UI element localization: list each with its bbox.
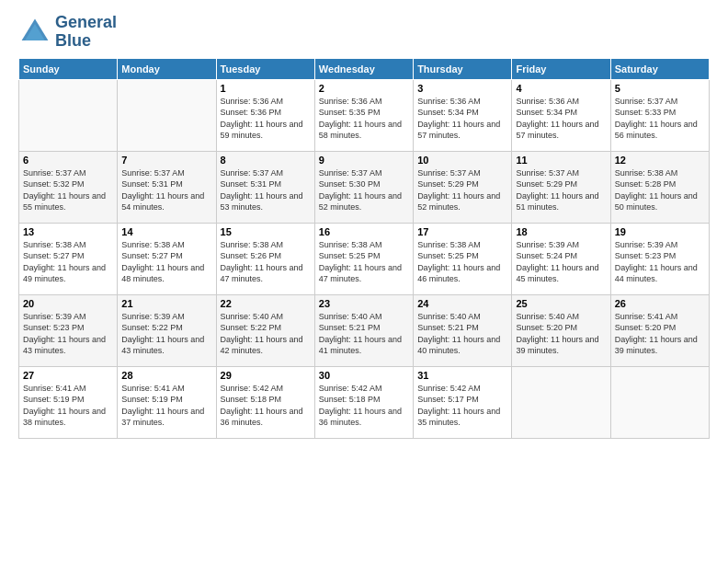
day-number: 18 (516, 226, 606, 237)
day-cell-11: 11Sunrise: 5:37 AMSunset: 5:29 PMDayligh… (512, 151, 610, 223)
day-cell-30: 30Sunrise: 5:42 AMSunset: 5:18 PMDayligh… (314, 366, 413, 438)
calendar-table: SundayMondayTuesdayWednesdayThursdayFrid… (18, 58, 710, 439)
day-info: Sunrise: 5:37 AMSunset: 5:32 PMDaylight:… (23, 167, 113, 213)
weekday-header-wednesday: Wednesday (314, 58, 413, 79)
day-cell-24: 24Sunrise: 5:40 AMSunset: 5:21 PMDayligh… (414, 294, 512, 366)
day-cell-12: 12Sunrise: 5:38 AMSunset: 5:28 PMDayligh… (610, 151, 709, 223)
day-number: 7 (121, 155, 211, 166)
day-number: 10 (417, 155, 507, 166)
empty-cell (512, 366, 610, 438)
day-cell-16: 16Sunrise: 5:38 AMSunset: 5:25 PMDayligh… (314, 223, 413, 294)
calendar-week-5: 27Sunrise: 5:41 AMSunset: 5:19 PMDayligh… (19, 366, 710, 438)
calendar-page: General Blue SundayMondayTuesdayWednesda… (0, 0, 728, 563)
day-number: 20 (23, 298, 113, 309)
day-info: Sunrise: 5:40 AMSunset: 5:21 PMDaylight:… (319, 311, 409, 357)
day-number: 22 (221, 298, 311, 309)
day-number: 24 (417, 298, 507, 309)
day-number: 6 (23, 155, 113, 166)
logo: General Blue (18, 14, 117, 51)
day-number: 17 (417, 226, 507, 237)
day-cell-25: 25Sunrise: 5:40 AMSunset: 5:20 PMDayligh… (512, 294, 610, 366)
day-info: Sunrise: 5:41 AMSunset: 5:19 PMDaylight:… (23, 383, 113, 429)
day-number: 5 (615, 83, 705, 94)
empty-cell (19, 79, 118, 151)
day-cell-28: 28Sunrise: 5:41 AMSunset: 5:19 PMDayligh… (118, 366, 216, 438)
day-info: Sunrise: 5:37 AMSunset: 5:31 PMDaylight:… (121, 167, 211, 213)
day-number: 27 (23, 370, 113, 381)
day-cell-1: 1Sunrise: 5:36 AMSunset: 5:36 PMDaylight… (216, 79, 314, 151)
day-info: Sunrise: 5:42 AMSunset: 5:18 PMDaylight:… (319, 383, 409, 429)
day-number: 9 (319, 155, 409, 166)
calendar-week-1: 1Sunrise: 5:36 AMSunset: 5:36 PMDaylight… (19, 79, 710, 151)
empty-cell (118, 79, 216, 151)
day-info: Sunrise: 5:40 AMSunset: 5:22 PMDaylight:… (221, 311, 311, 357)
day-info: Sunrise: 5:37 AMSunset: 5:30 PMDaylight:… (319, 167, 409, 213)
day-info: Sunrise: 5:37 AMSunset: 5:33 PMDaylight:… (615, 96, 705, 142)
day-number: 4 (516, 83, 606, 94)
day-number: 21 (121, 298, 211, 309)
day-cell-27: 27Sunrise: 5:41 AMSunset: 5:19 PMDayligh… (19, 366, 118, 438)
day-cell-2: 2Sunrise: 5:36 AMSunset: 5:35 PMDaylight… (314, 79, 413, 151)
weekday-header-saturday: Saturday (610, 58, 709, 79)
day-number: 15 (221, 226, 311, 237)
day-cell-26: 26Sunrise: 5:41 AMSunset: 5:20 PMDayligh… (610, 294, 709, 366)
calendar-week-4: 20Sunrise: 5:39 AMSunset: 5:23 PMDayligh… (19, 294, 710, 366)
day-cell-8: 8Sunrise: 5:37 AMSunset: 5:31 PMDaylight… (216, 151, 314, 223)
day-number: 26 (615, 298, 705, 309)
day-info: Sunrise: 5:38 AMSunset: 5:25 PMDaylight:… (417, 239, 507, 285)
day-cell-15: 15Sunrise: 5:38 AMSunset: 5:26 PMDayligh… (216, 223, 314, 294)
day-info: Sunrise: 5:38 AMSunset: 5:26 PMDaylight:… (221, 239, 311, 285)
empty-cell (610, 366, 709, 438)
day-number: 3 (417, 83, 507, 94)
day-info: Sunrise: 5:36 AMSunset: 5:35 PMDaylight:… (319, 96, 409, 142)
day-info: Sunrise: 5:37 AMSunset: 5:31 PMDaylight:… (221, 167, 311, 213)
day-number: 11 (516, 155, 606, 166)
weekday-header-monday: Monday (118, 58, 216, 79)
day-info: Sunrise: 5:39 AMSunset: 5:23 PMDaylight:… (615, 239, 705, 285)
calendar-week-3: 13Sunrise: 5:38 AMSunset: 5:27 PMDayligh… (19, 223, 710, 294)
logo-icon (18, 16, 51, 49)
page-header: General Blue (18, 14, 710, 51)
day-number: 29 (221, 370, 311, 381)
day-number: 31 (417, 370, 507, 381)
day-cell-22: 22Sunrise: 5:40 AMSunset: 5:22 PMDayligh… (216, 294, 314, 366)
day-number: 14 (121, 226, 211, 237)
logo-text: General Blue (55, 14, 117, 51)
day-info: Sunrise: 5:38 AMSunset: 5:27 PMDaylight:… (23, 239, 113, 285)
day-number: 28 (121, 370, 211, 381)
day-info: Sunrise: 5:41 AMSunset: 5:19 PMDaylight:… (121, 383, 211, 429)
day-info: Sunrise: 5:39 AMSunset: 5:23 PMDaylight:… (23, 311, 113, 357)
day-number: 1 (221, 83, 311, 94)
day-cell-14: 14Sunrise: 5:38 AMSunset: 5:27 PMDayligh… (118, 223, 216, 294)
day-cell-18: 18Sunrise: 5:39 AMSunset: 5:24 PMDayligh… (512, 223, 610, 294)
day-info: Sunrise: 5:39 AMSunset: 5:22 PMDaylight:… (121, 311, 211, 357)
weekday-header-sunday: Sunday (19, 58, 118, 79)
day-info: Sunrise: 5:41 AMSunset: 5:20 PMDaylight:… (615, 311, 705, 357)
day-info: Sunrise: 5:40 AMSunset: 5:21 PMDaylight:… (417, 311, 507, 357)
day-number: 19 (615, 226, 705, 237)
day-info: Sunrise: 5:37 AMSunset: 5:29 PMDaylight:… (417, 167, 507, 213)
day-info: Sunrise: 5:40 AMSunset: 5:20 PMDaylight:… (516, 311, 606, 357)
day-cell-10: 10Sunrise: 5:37 AMSunset: 5:29 PMDayligh… (414, 151, 512, 223)
day-info: Sunrise: 5:38 AMSunset: 5:28 PMDaylight:… (615, 167, 705, 213)
day-number: 8 (221, 155, 311, 166)
day-cell-29: 29Sunrise: 5:42 AMSunset: 5:18 PMDayligh… (216, 366, 314, 438)
day-number: 13 (23, 226, 113, 237)
day-cell-7: 7Sunrise: 5:37 AMSunset: 5:31 PMDaylight… (118, 151, 216, 223)
weekday-header-row: SundayMondayTuesdayWednesdayThursdayFrid… (19, 58, 710, 79)
day-info: Sunrise: 5:42 AMSunset: 5:18 PMDaylight:… (221, 383, 311, 429)
day-cell-31: 31Sunrise: 5:42 AMSunset: 5:17 PMDayligh… (414, 366, 512, 438)
day-info: Sunrise: 5:42 AMSunset: 5:17 PMDaylight:… (417, 383, 507, 429)
day-cell-21: 21Sunrise: 5:39 AMSunset: 5:22 PMDayligh… (118, 294, 216, 366)
day-number: 25 (516, 298, 606, 309)
weekday-header-thursday: Thursday (414, 58, 512, 79)
day-number: 23 (319, 298, 409, 309)
day-cell-13: 13Sunrise: 5:38 AMSunset: 5:27 PMDayligh… (19, 223, 118, 294)
day-cell-4: 4Sunrise: 5:36 AMSunset: 5:34 PMDaylight… (512, 79, 610, 151)
day-cell-23: 23Sunrise: 5:40 AMSunset: 5:21 PMDayligh… (314, 294, 413, 366)
day-cell-19: 19Sunrise: 5:39 AMSunset: 5:23 PMDayligh… (610, 223, 709, 294)
day-cell-9: 9Sunrise: 5:37 AMSunset: 5:30 PMDaylight… (314, 151, 413, 223)
day-number: 2 (319, 83, 409, 94)
day-info: Sunrise: 5:39 AMSunset: 5:24 PMDaylight:… (516, 239, 606, 285)
day-info: Sunrise: 5:37 AMSunset: 5:29 PMDaylight:… (516, 167, 606, 213)
